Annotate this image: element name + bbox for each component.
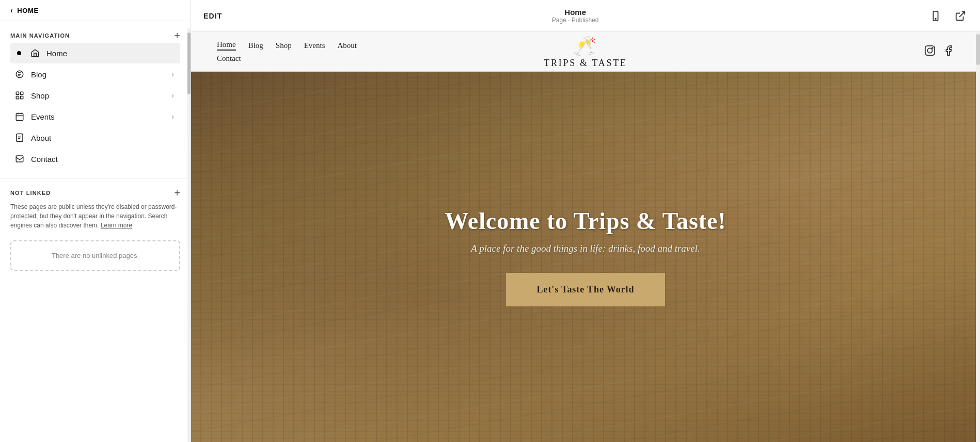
back-chevron-icon: ‹ [10, 6, 13, 14]
nav-item-left-contact: Contact [14, 154, 58, 164]
svg-rect-7 [16, 156, 23, 162]
svg-rect-4 [21, 96, 23, 99]
preview-scroll-thumb[interactable] [976, 34, 980, 65]
hero-section: Welcome to Trips & Taste! A place for th… [191, 72, 980, 442]
svg-rect-11 [925, 45, 935, 55]
not-linked-section: NOT LINKED + These pages are public unle… [0, 178, 191, 234]
site-logo-text: TRIPS & TASTE [544, 58, 627, 69]
main-nav-section: MAIN NAVIGATION + Home [0, 21, 191, 174]
hero-content: Welcome to Trips & Taste! A place for th… [445, 207, 726, 306]
home-active-dot [14, 48, 24, 58]
sidebar: ‹ HOME MAIN NAVIGATION + [0, 0, 191, 442]
website-preview: Home Blog Shop Events About Contact 🥂 TR… [191, 32, 980, 442]
sidebar-item-label-contact: Contact [31, 155, 58, 163]
site-nav-bottom-row: Contact [217, 54, 357, 63]
site-social-links [924, 45, 954, 59]
sidebar-item-label-blog: Blog [31, 70, 46, 79]
main-wrapper: EDIT Home Page · Published [191, 0, 980, 442]
preview-scrollbar[interactable] [976, 32, 980, 442]
svg-point-13 [932, 47, 933, 48]
svg-rect-6 [17, 134, 23, 142]
site-nav-shop[interactable]: Shop [276, 41, 292, 50]
sidebar-scroll-thumb[interactable] [187, 32, 191, 94]
topbar: EDIT Home Page · Published [191, 0, 980, 32]
site-nav-left: Home Blog Shop Events About Contact [217, 40, 357, 63]
not-linked-header: NOT LINKED + [10, 188, 180, 198]
facebook-icon[interactable] [943, 45, 954, 59]
sidebar-item-home[interactable]: Home [10, 43, 180, 63]
site-logo: 🥂 TRIPS & TASTE [544, 35, 627, 69]
sidebar-item-blog[interactable]: Blog › [10, 64, 180, 85]
back-label: HOME [17, 7, 39, 14]
sidebar-item-contact[interactable]: Contact [10, 149, 180, 169]
site-nav-about[interactable]: About [338, 41, 357, 50]
sidebar-item-label-home: Home [46, 49, 67, 58]
contact-icon [14, 154, 25, 164]
sidebar-item-label-shop: Shop [31, 91, 49, 100]
svg-line-10 [959, 11, 965, 17]
sidebar-item-events[interactable]: Events › [10, 106, 180, 127]
mobile-preview-button[interactable] [928, 9, 943, 23]
svg-point-9 [935, 18, 936, 19]
topbar-page-title: Home [552, 8, 599, 17]
sidebar-scroll[interactable]: MAIN NAVIGATION + Home [0, 21, 191, 442]
svg-rect-3 [16, 96, 19, 99]
sidebar-scrollbar[interactable] [187, 28, 191, 442]
site-header: Home Blog Shop Events About Contact 🥂 TR… [191, 32, 980, 72]
site-nav-top-row: Home Blog Shop Events About [217, 40, 357, 51]
topbar-actions [928, 9, 968, 23]
not-linked-description: These pages are public unless they're di… [10, 202, 180, 230]
blog-chevron-icon: › [171, 70, 174, 78]
topbar-center: Home Page · Published [552, 8, 599, 24]
site-nav-events[interactable]: Events [304, 41, 325, 50]
home-icon [30, 48, 40, 58]
nav-item-left-shop: Shop [14, 90, 49, 101]
events-icon [14, 111, 25, 122]
add-unlinked-button[interactable]: + [174, 188, 180, 198]
nav-item-left-blog: Blog [14, 69, 46, 79]
nav-item-left-home: Home [14, 48, 67, 58]
nav-item-left-events: Events [14, 111, 55, 122]
site-nav-home[interactable]: Home [217, 40, 236, 51]
svg-point-12 [927, 48, 932, 53]
hero-title: Welcome to Trips & Taste! [445, 207, 726, 235]
hero-cta-button[interactable]: Let's Taste The World [506, 273, 666, 306]
section-header: MAIN NAVIGATION + [10, 30, 180, 41]
svg-rect-1 [16, 92, 19, 94]
shop-chevron-icon: › [171, 91, 174, 100]
external-link-button[interactable] [953, 9, 968, 23]
section-title-main-nav: MAIN NAVIGATION [10, 32, 70, 39]
sidebar-item-about[interactable]: About [10, 127, 180, 148]
svg-rect-5 [16, 113, 23, 121]
edit-button[interactable]: EDIT [203, 12, 222, 20]
about-icon [14, 133, 25, 143]
svg-rect-2 [21, 92, 23, 94]
active-indicator [17, 51, 21, 55]
shop-icon [14, 90, 25, 101]
back-button[interactable]: ‹ HOME [0, 0, 191, 21]
blog-icon [14, 69, 25, 79]
topbar-page-status: Page · Published [552, 17, 599, 24]
hero-subtitle: A place for the good things in life: dri… [471, 243, 700, 254]
nav-item-left-about: About [14, 133, 51, 143]
site-nav-contact[interactable]: Contact [217, 54, 241, 62]
site-nav-wrapper: Home Blog Shop Events About Contact 🥂 TR… [217, 40, 954, 63]
sidebar-item-shop[interactable]: Shop › [10, 85, 180, 106]
site-nav-blog[interactable]: Blog [248, 41, 263, 50]
not-linked-title: NOT LINKED [10, 190, 51, 196]
unlinked-empty-state: There are no unlinked pages. [10, 240, 180, 271]
learn-more-link[interactable]: Learn more [101, 222, 132, 229]
champagne-glasses-icon: 🥂 [544, 35, 627, 57]
sidebar-item-label-events: Events [31, 112, 55, 121]
sidebar-item-label-about: About [31, 134, 51, 142]
instagram-icon[interactable] [924, 45, 936, 59]
events-chevron-icon: › [171, 112, 174, 121]
add-nav-item-button[interactable]: + [174, 30, 180, 41]
